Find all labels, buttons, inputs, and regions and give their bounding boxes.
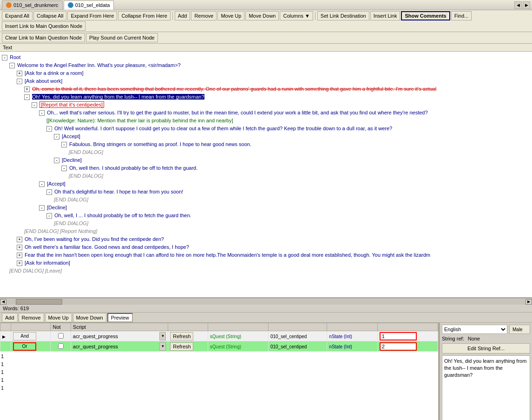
bottom-add-button[interactable]: Add [2,313,18,322]
row1-refresh: Refresh [168,331,208,341]
edit-string-ref-button[interactable]: Edit String Ref... [442,343,530,353]
add-button[interactable]: Add [175,11,190,20]
node10-text[interactable]: [Accept] [62,133,80,139]
row1-node-value: 010_sel_centiped [270,334,307,339]
clear-link-button[interactable]: Clear Link to Main Question Node [2,33,85,42]
node23-expand[interactable]: + [17,237,22,242]
node7-expand[interactable]: - [39,110,45,116]
node3-expand[interactable]: - [17,79,22,84]
bottom-remove-button[interactable]: Remove [19,313,44,322]
node26-text[interactable]: [Ask for information] [25,260,70,266]
row1-script: acr_quest_progress ▼ [71,331,168,341]
node3-text[interactable]: [Ask about work] [25,78,62,84]
node24-text[interactable]: Oh well there's a familiar face. Good ne… [25,244,189,250]
node5-expand[interactable]: - [24,94,30,100]
bottom-move-down-button[interactable]: Move Down [73,313,106,322]
row1-andor: And [11,331,51,341]
nav-next-arrow[interactable]: ▶ [523,1,530,9]
expand-from-here-button[interactable]: Expand From Here [67,11,117,20]
node6-expand[interactable]: - [32,102,37,108]
row2-not-checkbox[interactable] [58,343,64,349]
row2-or-button[interactable]: Or [13,342,36,351]
node2-expand[interactable]: + [17,71,22,76]
col-indicator [0,323,11,331]
node4-expand[interactable]: + [24,87,30,92]
preview-tab-button[interactable]: Preview [107,313,133,322]
nav-prev-arrow[interactable]: ◀ [514,1,522,9]
nav-arrows: ◀ ▶ [514,1,530,9]
row2-indicator [0,341,11,352]
node17-expand[interactable]: - [46,189,52,195]
bottom-move-up-button[interactable]: Move Up [45,313,72,322]
play-sound-button[interactable]: Play Sound on Current Node [86,33,158,42]
node9-expand[interactable]: - [46,126,52,132]
node25-text[interactable]: Fear that the inn hasn't been open long … [25,252,430,258]
row1-not-checkbox[interactable] [58,333,64,339]
node24-expand[interactable]: + [17,245,22,250]
node13-text[interactable]: [Decline] [62,157,82,163]
node10-expand[interactable]: - [54,134,59,140]
row2-refresh-button[interactable]: Refresh [170,342,193,351]
condition-row-2: Or acr_quest_progress ▼ Refresh [0,341,438,352]
node11-text[interactable]: Fabulous. Bring stringers or something a… [69,141,251,147]
node4-text[interactable]: Oh, come to think of it, there has been … [32,86,436,92]
node17-text[interactable]: Oh that's delightful to hear. I hope to … [54,189,183,194]
node1-expand[interactable]: - [9,63,15,68]
node20-text[interactable]: Oh, well, I ... I should probably be off… [54,213,191,218]
find-button[interactable]: Find... [451,11,472,20]
tab-drunkmerc[interactable]: 010_sel_drunkmerc [2,0,63,10]
move-up-button[interactable]: Move Up [217,11,244,20]
hscroll-thumb[interactable] [16,299,62,305]
horizontal-scrollbar[interactable]: ◀ ▶ [0,298,532,305]
tree-node-8: [[Knowledge: Nature): Mention that their… [2,117,532,125]
show-comments-button[interactable]: Show Comments [401,11,450,20]
node6-text[interactable]: [Report that it's centipedes] [39,101,104,108]
row2-value-input[interactable] [380,342,417,351]
row1-refresh-button[interactable]: Refresh [170,332,193,340]
language-dropdown[interactable]: English French German Spanish [442,325,507,334]
row2-script-dropdown-arrow[interactable]: ▼ [159,342,166,351]
node8-text[interactable]: [[Knowledge: Nature): Mention that their… [46,118,233,123]
insert-link-main-button[interactable]: Insert Link to Main Question Node [2,21,85,31]
tree-area[interactable]: - Root - Welcome to the Angel Feather In… [0,52,532,298]
row2-value [377,341,438,352]
expand-all-button[interactable]: Expand All [2,11,33,20]
node9-text[interactable]: Oh! Well wonderful. I don't suppose I co… [54,126,392,131]
node14-expand[interactable]: - [61,166,67,171]
collapse-all-button[interactable]: Collapse All [33,11,66,20]
node25-expand[interactable]: + [17,253,22,258]
node7-text[interactable]: Oh... well that's rather serious. I'll t… [47,110,428,115]
node14-text[interactable]: Oh, well then. I should probably be off … [69,165,197,171]
row1-script-dropdown-arrow[interactable]: ▼ [159,332,166,340]
remove-button[interactable]: Remove [191,11,217,20]
row2-type1-value: sQuest (String) [210,344,241,349]
node20-expand[interactable]: - [46,213,52,219]
node13-expand[interactable]: - [54,158,59,163]
row1-value-input[interactable] [380,332,417,340]
node26-expand[interactable]: + [17,260,22,266]
gender-button[interactable]: Male [509,325,530,334]
node2-text[interactable]: [Ask for a drink or a room] [25,70,84,76]
hscroll-right[interactable]: ▶ [525,299,532,305]
node23-text[interactable]: Oh, I've been waiting for you. Did you f… [25,236,164,242]
insert-link-button[interactable]: Insert Link [370,11,401,20]
sep2 [315,12,315,20]
node16-expand[interactable]: - [39,181,45,187]
set-link-destination-button[interactable]: Set Link Destination [317,11,369,20]
node16-text[interactable]: [Accept] [47,181,66,187]
node11-expand[interactable]: - [61,142,67,147]
condition-row-1: ▶ And acr_quest_progress ▼ Refre [0,331,438,341]
root-expand[interactable]: - [2,55,7,60]
node19-expand[interactable]: - [39,205,45,211]
node1-text[interactable]: Welcome to the Angel Feather Inn. What's… [17,62,181,68]
row1-and-button[interactable]: And [13,332,36,340]
line-3: 1 [1,368,437,376]
node5-text[interactable]: Oh! Yes, did you learn anything from the… [32,94,204,100]
columns-button[interactable]: Columns ▼ [280,11,313,20]
tab-eldata[interactable]: 010_sel_eldata [64,0,114,10]
collapse-from-here-button[interactable]: Collapse From Here [118,11,170,20]
node19-text[interactable]: [Decline] [47,205,67,210]
hscroll-left[interactable]: ◀ [0,299,7,305]
hscroll-track[interactable] [7,299,525,305]
move-down-button[interactable]: Move Down [245,11,279,20]
